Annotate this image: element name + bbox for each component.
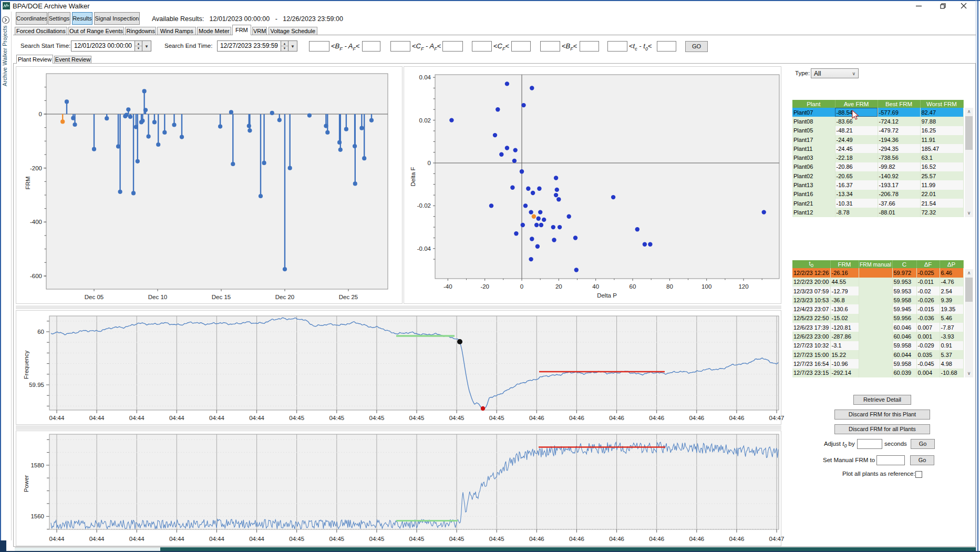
svg-text:120: 120	[738, 283, 748, 290]
svg-text:04:45: 04:45	[449, 415, 465, 421]
svg-text:04:46: 04:46	[609, 415, 624, 421]
svg-text:-0.04: -0.04	[417, 246, 431, 252]
svg-text:-0.02: -0.02	[417, 202, 431, 209]
svg-text:100: 100	[702, 283, 711, 290]
svg-text:04:45: 04:45	[409, 536, 425, 542]
svg-text:04:44: 04:44	[49, 415, 65, 421]
svg-text:Dec 15: Dec 15	[212, 294, 231, 300]
svg-text:04:46: 04:46	[729, 415, 745, 421]
svg-text:-40: -40	[443, 283, 452, 290]
svg-text:Delta P: Delta P	[597, 292, 617, 299]
svg-text:Power: Power	[23, 475, 29, 493]
svg-text:1560: 1560	[30, 513, 44, 519]
svg-text:FRM: FRM	[25, 177, 31, 190]
svg-text:04:45: 04:45	[329, 536, 344, 542]
svg-text:04:47: 04:47	[769, 536, 785, 542]
svg-text:04:45: 04:45	[409, 415, 425, 421]
svg-text:60: 60	[37, 329, 44, 335]
svg-text:-600: -600	[30, 273, 42, 279]
svg-text:40: 40	[592, 283, 599, 290]
svg-text:04:45: 04:45	[489, 415, 504, 421]
svg-text:04:44: 04:44	[129, 415, 145, 421]
svg-text:0: 0	[39, 111, 42, 117]
svg-text:04:45: 04:45	[329, 415, 344, 421]
svg-text:-200: -200	[30, 165, 42, 171]
svg-text:04:44: 04:44	[169, 415, 184, 421]
svg-text:04:46: 04:46	[569, 415, 584, 421]
svg-text:04:45: 04:45	[369, 415, 385, 421]
svg-text:04:46: 04:46	[529, 536, 544, 542]
svg-text:04:46: 04:46	[529, 415, 544, 421]
svg-text:04:45: 04:45	[369, 536, 385, 542]
svg-text:Dec 20: Dec 20	[275, 294, 294, 300]
svg-text:04:44: 04:44	[49, 536, 65, 542]
svg-text:04:45: 04:45	[289, 536, 304, 542]
svg-text:04:44: 04:44	[249, 536, 264, 542]
svg-text:59.95: 59.95	[29, 382, 44, 388]
svg-text:0: 0	[428, 160, 431, 166]
svg-text:Dec 05: Dec 05	[85, 294, 104, 300]
svg-text:0.02: 0.02	[419, 117, 431, 124]
svg-text:04:47: 04:47	[769, 415, 785, 421]
svg-text:0.04: 0.04	[419, 74, 431, 80]
svg-text:04:46: 04:46	[649, 536, 664, 542]
svg-text:-400: -400	[30, 219, 42, 225]
svg-text:60: 60	[630, 283, 636, 290]
svg-text:04:44: 04:44	[249, 415, 264, 421]
svg-text:-20: -20	[480, 283, 489, 290]
svg-text:04:46: 04:46	[729, 536, 745, 542]
svg-text:Dec 25: Dec 25	[339, 294, 358, 300]
svg-text:04:45: 04:45	[489, 536, 504, 542]
svg-text:1580: 1580	[30, 462, 44, 468]
svg-text:Delta F: Delta F	[410, 167, 416, 186]
svg-text:04:44: 04:44	[89, 536, 105, 542]
svg-text:04:45: 04:45	[449, 536, 465, 542]
svg-text:Frequency: Frequency	[23, 351, 29, 380]
svg-text:04:46: 04:46	[689, 536, 704, 542]
svg-text:80: 80	[666, 283, 673, 290]
svg-text:04:46: 04:46	[569, 536, 584, 542]
svg-text:0: 0	[520, 283, 523, 290]
svg-text:04:44: 04:44	[209, 536, 224, 542]
svg-text:04:46: 04:46	[689, 415, 704, 421]
svg-text:20: 20	[555, 283, 562, 290]
svg-text:Dec 10: Dec 10	[148, 294, 167, 300]
svg-text:04:44: 04:44	[89, 415, 105, 421]
svg-text:04:44: 04:44	[129, 536, 145, 542]
svg-text:04:44: 04:44	[169, 536, 184, 542]
svg-text:04:46: 04:46	[649, 415, 664, 421]
svg-text:04:45: 04:45	[289, 415, 304, 421]
svg-text:04:46: 04:46	[609, 536, 624, 542]
svg-text:04:44: 04:44	[209, 415, 224, 421]
